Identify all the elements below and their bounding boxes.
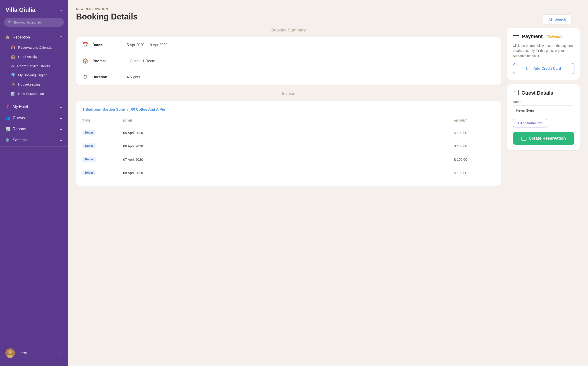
invoice-header: 1 Bedroom Garden Suite / 🍽 Coffee And A …: [82, 107, 495, 112]
credit-card-icon: [526, 67, 531, 70]
sidebar-item-new-reservation[interactable]: 📝 New Reservation: [0, 89, 68, 98]
duration-value: 4 Nights: [127, 75, 140, 79]
additional-info-button[interactable]: + Additional Info: [513, 119, 547, 127]
create-reservation-button[interactable]: Create Reservation: [513, 132, 574, 145]
svg-rect-11: [513, 90, 519, 95]
payment-icon: [513, 33, 519, 40]
invoice-card: 1 Bedroom Garden Suite / 🍽 Coffee And A …: [76, 101, 501, 186]
invoice-row-3: Room 08 April 2020 $ 100.00: [82, 166, 495, 180]
sidebar-item-room-service-orders[interactable]: 🛎 Room Service Orders: [0, 61, 68, 70]
booking-row-dates: 📅 Dates: 5 Apr 2020 → 9 Apr 2020: [76, 37, 501, 53]
guest-name-label: Name: [513, 100, 574, 104]
sidebar-item-reservations-calendar[interactable]: 📅 Reservations Calendar: [0, 43, 68, 52]
payment-panel: Payment (Optional) Click the button belo…: [507, 28, 580, 80]
invoice-row-0: Room 05 April 2020 $ 100.00: [82, 126, 495, 139]
nav-group-reception[interactable]: 🏠 Reception ⌃: [0, 32, 68, 43]
invoice-date-1: 06 April 2020: [123, 144, 454, 148]
settings-icon: ⚙️: [5, 138, 10, 142]
invoice-amount-0: $ 100.00: [454, 131, 495, 135]
nav-group-settings[interactable]: ⚙️ Settings ⌄: [0, 134, 68, 145]
sidebar-search-input[interactable]: [14, 21, 60, 24]
room-service-label: Room Service Orders: [17, 64, 50, 68]
booking-summary-title: Booking Summary: [76, 28, 501, 33]
room-badge-3: Room: [82, 170, 96, 175]
dates-value: 5 Apr 2020 → 9 Apr 2020: [127, 43, 168, 47]
payment-subtitle: (Optional): [547, 35, 562, 38]
svg-rect-15: [522, 137, 526, 141]
housekeeping-label: Housekeeping: [18, 82, 40, 86]
main-content-area: NEW RESERVATION Booking Details Search B…: [68, 0, 588, 366]
invoice-row-2: Room 07 April 2020 $ 100.00: [82, 153, 495, 166]
invoice-section-title: Invoice: [76, 92, 501, 96]
room-badge-0: Room: [82, 130, 96, 135]
booking-engine-icon: 💎: [11, 73, 15, 77]
invoice-service-link[interactable]: 🍽 Coffee And A Pie: [131, 107, 165, 112]
room-badge-1: Room: [82, 144, 96, 148]
reports-label: Reports: [13, 127, 26, 131]
rooms-label: Rooms:: [92, 59, 120, 63]
reservations-calendar-label: Reservations Calendar: [18, 46, 53, 49]
nav-divider-1: [0, 100, 68, 100]
nav-group-reports[interactable]: 📊 Reports ⌄: [0, 123, 68, 134]
svg-rect-17: [523, 137, 523, 137]
svg-rect-10: [527, 69, 528, 69]
additional-info-label: + Additional Info: [518, 121, 542, 125]
invoice-amount-1: $ 100.00: [454, 144, 495, 148]
guests-chevron: ⌄: [59, 115, 62, 120]
settings-chevron: ⌄: [59, 138, 62, 142]
search-button[interactable]: Search: [543, 15, 572, 24]
guest-name-input[interactable]: [513, 106, 574, 115]
settings-label: Settings: [13, 138, 26, 142]
sidebar-search-icon: 🔍: [8, 20, 12, 24]
right-panel: Payment (Optional) Click the button belo…: [507, 28, 580, 150]
reception-label: Reception: [13, 35, 30, 40]
hotel-dropdown-chevron[interactable]: ⌄: [59, 8, 62, 12]
nav-group-my-hotel[interactable]: 📍 My Hotel ⌄: [0, 101, 68, 112]
hotel-activity-icon: 🏨: [11, 54, 15, 59]
user-name: Harry: [18, 351, 27, 355]
rooms-icon: 🏠: [82, 58, 89, 64]
my-hotel-icon: 📍: [5, 105, 10, 109]
col-name: NAME: [123, 119, 454, 122]
user-section[interactable]: Harry ⌄: [0, 345, 68, 361]
service-icon: 🍽: [131, 107, 135, 112]
sidebar-item-my-booking-engine[interactable]: 💎 My Booking Engine: [0, 70, 68, 80]
reception-icon: 🏠: [5, 35, 10, 39]
invoice-amount-2: $ 100.00: [454, 158, 495, 161]
nav-group-guests[interactable]: 👥 Guests ⌄: [0, 112, 68, 123]
svg-point-1: [8, 350, 12, 354]
svg-rect-8: [527, 67, 531, 70]
svg-rect-6: [513, 35, 519, 36]
content-wrapper: Booking Summary 📅 Dates: 5 Apr 2020 → 9 …: [76, 28, 580, 190]
rooms-value: 1 Guest , 1 Room: [127, 59, 155, 63]
sidebar-search-bar[interactable]: 🔍: [4, 18, 64, 27]
col-amount: AMOUNT: [454, 119, 495, 122]
payment-title: Payment: [522, 33, 543, 39]
reservations-calendar-icon: 📅: [11, 45, 15, 50]
dates-label: Dates:: [92, 43, 120, 47]
my-hotel-chevron: ⌄: [59, 104, 62, 109]
svg-rect-18: [525, 137, 525, 137]
guest-details-panel: Guest Details Name + Additional Info: [507, 84, 580, 150]
duration-label: Duration: [92, 75, 120, 79]
invoice-date-0: 05 April 2020: [123, 131, 454, 135]
guests-label: Guests: [13, 116, 25, 120]
invoice-row-1: Room 06 April 2020 $ 100.00: [82, 139, 495, 153]
add-credit-card-button[interactable]: Add Credit Card: [513, 63, 574, 74]
guest-details-header: Guest Details: [513, 90, 574, 96]
new-reservation-label: New Reservation: [18, 92, 44, 96]
col-type: TYPE: [82, 119, 123, 122]
sidebar-item-housekeeping[interactable]: ✨ Housekeeping: [0, 80, 68, 89]
create-reservation-icon: [521, 136, 527, 141]
guest-details-title: Guest Details: [521, 90, 553, 96]
invoice-room-link[interactable]: 1 Bedroom Garden Suite: [82, 107, 125, 112]
sidebar-item-hotel-activity[interactable]: 🏨 Hotel Activity: [0, 52, 68, 61]
booking-row-duration: ⏱ Duration 4 Nights: [76, 69, 501, 85]
booking-row-rooms: 🏠 Rooms: 1 Guest , 1 Room: [76, 53, 501, 69]
duration-icon: ⏱: [82, 74, 89, 80]
sidebar: Villa Giulia ⌄ 🔍 🏠 Reception ⌃ 📅 Reserva…: [0, 0, 68, 366]
new-reservation-icon: 📝: [11, 92, 15, 96]
svg-rect-7: [514, 37, 516, 37]
nav-section-reception: 🏠 Reception ⌃ 📅 Reservations Calendar 🏨 …: [0, 31, 68, 99]
housekeeping-icon: ✨: [11, 82, 15, 86]
